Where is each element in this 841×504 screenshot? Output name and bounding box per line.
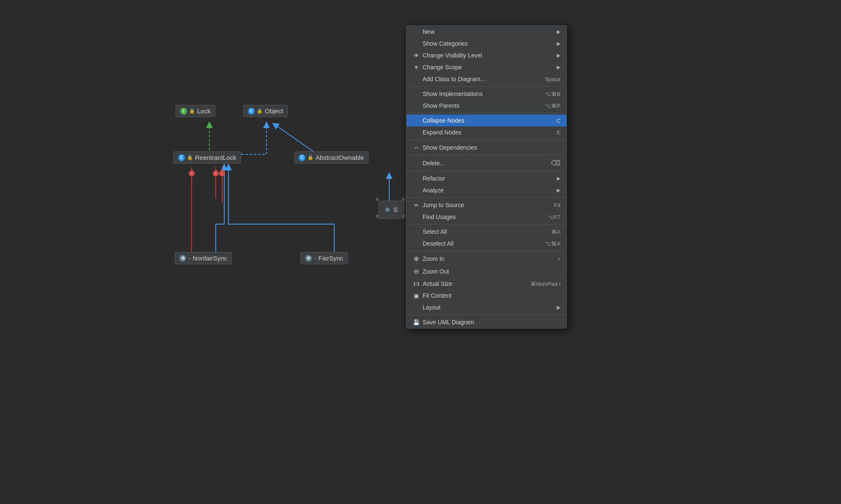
menu-arrow-refactor: ▶ <box>557 175 561 181</box>
node-label-object: Object <box>265 107 283 115</box>
menu-label-expand: Expand Nodes <box>423 129 462 136</box>
node-object[interactable]: C 🔒 Object <box>243 105 288 117</box>
menu-item-show-parents[interactable]: Show Parents ⌥⌘P <box>407 100 566 112</box>
menu-label-add-class: Add Class to Diagram... <box>423 76 485 82</box>
separator-1 <box>407 86 566 87</box>
menu-item-refactor[interactable]: Refactor ▶ <box>407 173 566 184</box>
menu-item-zoom-in[interactable]: ⊕ Zoom In + <box>407 252 566 265</box>
node-label-reentrant: ReentrantLock <box>195 154 236 161</box>
svg-rect-11 <box>379 201 404 219</box>
context-menu: New ▶ Show Categories ▶ 👁 Change Visibil… <box>406 25 567 329</box>
menu-shortcut-deselectall: ⌥⌘A <box>545 241 561 247</box>
node-icon-lock: I <box>180 108 187 115</box>
svg-point-16 <box>385 208 390 212</box>
menu-item-new[interactable]: New ▶ <box>407 26 566 38</box>
menu-item-fit-content[interactable]: ▣ Fit Content <box>407 290 566 301</box>
menu-shortcut-delete: ⌫ <box>551 159 561 167</box>
menu-arrow-showcat: ▶ <box>557 41 561 47</box>
menu-shortcut-zoomout: - <box>559 268 561 275</box>
menu-shortcut-show-parents: ⌥⌘P <box>545 103 561 109</box>
menu-shortcut-show-impl: ⌥⌘B <box>545 91 561 97</box>
menu-label-delete: Delete... <box>423 160 445 167</box>
node-icon-reentrant: C <box>178 154 185 161</box>
menu-item-show-categories[interactable]: Show Categories ▶ <box>407 38 566 49</box>
node-fairsync[interactable]: ⚙ ◦ FairSync <box>300 252 348 264</box>
svg-rect-13 <box>376 215 379 218</box>
menu-icon-save: 💾 <box>412 319 420 326</box>
menu-label-zoomin: Zoom In <box>423 255 444 262</box>
menu-item-zoom-out[interactable]: ⊖ Zoom Out - <box>407 265 566 278</box>
menu-shortcut-collapse: C <box>557 118 561 124</box>
menu-shortcut-zoomin: + <box>557 256 561 262</box>
menu-item-expand-nodes[interactable]: Expand Nodes E <box>407 126 566 138</box>
menu-item-show-deps[interactable]: ↔ Show Dependencies <box>407 141 566 153</box>
menu-icon-deps: ↔ <box>412 144 420 151</box>
svg-rect-15 <box>402 215 405 218</box>
menu-item-change-scope[interactable]: ▼ Change Scope ▶ <box>407 61 566 73</box>
lock-symbol: 🔒 <box>189 108 195 114</box>
lock-symbol-re: 🔒 <box>187 155 193 160</box>
menu-label-collapse: Collapse Nodes <box>423 117 464 124</box>
svg-text:S: S <box>393 206 398 213</box>
menu-label-show-parents: Show Parents <box>423 102 459 109</box>
menu-item-analyze[interactable]: Analyze ▶ <box>407 184 566 196</box>
node-label-abstract: AbstractOwnable <box>316 154 364 161</box>
menu-icon-vis: 👁 <box>412 52 420 59</box>
menu-item-select-all[interactable]: Select All ⌘A <box>407 226 566 238</box>
node-nonfairsync[interactable]: ⚙ ◦ NonfairSync <box>175 252 232 264</box>
menu-item-actual-size[interactable]: 1:1 Actual Size ⌘NumPad / <box>407 278 566 290</box>
menu-label-deps: Show Dependencies <box>423 144 477 151</box>
menu-label-analyze: Analyze <box>423 187 444 194</box>
node-label-nonfair: NonfairSync <box>192 255 227 262</box>
menu-item-deselect-all[interactable]: Deselect All ⌥⌘A <box>407 238 566 249</box>
menu-arrow-analyze: ▶ <box>557 187 561 193</box>
separator-8 <box>407 251 566 251</box>
menu-icon-zoomout: ⊖ <box>412 268 420 275</box>
separator-3 <box>407 140 566 140</box>
menu-label-vis: Change Visibility Level <box>423 52 482 59</box>
menu-arrow-new: ▶ <box>557 29 561 35</box>
menu-shortcut-jump: F4 <box>554 202 561 208</box>
menu-icon-zoomin: ⊕ <box>412 255 420 263</box>
menu-label-refactor: Refactor <box>423 175 445 182</box>
svg-text:+: + <box>214 171 217 176</box>
menu-item-delete[interactable]: Delete... ⌫ <box>407 156 566 170</box>
menu-label-deselectall: Deselect All <box>423 240 453 247</box>
menu-item-add-class[interactable]: Add Class to Diagram... Space <box>407 73 566 85</box>
menu-item-show-impl[interactable]: Show Implementations ⌥⌘B <box>407 88 566 100</box>
node-abstractownable[interactable]: C 🔒 AbstractOwnable <box>294 151 368 164</box>
menu-icon-actual: 1:1 <box>412 282 420 286</box>
menu-label-actual: Actual Size <box>423 280 452 287</box>
node-icon-object: C <box>248 108 255 115</box>
menu-item-find-usages[interactable]: Find Usages ⌥F7 <box>407 211 566 223</box>
menu-item-change-vis[interactable]: 👁 Change Visibility Level ▶ <box>407 49 566 61</box>
lock-symbol-obj: 🔒 <box>257 108 263 114</box>
dot-nonfair: ◦ <box>188 255 190 262</box>
menu-label-find: Find Usages <box>423 214 456 220</box>
menu-label-jump: Jump to Source <box>423 202 464 208</box>
menu-label-new: New <box>423 28 434 35</box>
menu-label-scope: Change Scope <box>423 64 462 71</box>
menu-item-save-uml[interactable]: 💾 Save UML Diagram <box>407 316 566 328</box>
separator-6 <box>407 197 566 198</box>
menu-arrow-layout: ▶ <box>557 304 561 310</box>
node-reentrantlock[interactable]: C 🔒 ReentrantLock <box>173 151 241 164</box>
menu-shortcut-expand: E <box>557 129 561 136</box>
node-lock[interactable]: I 🔒 Lock <box>176 105 215 117</box>
separator-7 <box>407 224 566 225</box>
svg-rect-12 <box>376 198 379 201</box>
svg-rect-14 <box>402 198 405 201</box>
menu-label-zoomout: Zoom Out <box>423 268 449 275</box>
node-icon-fair: ⚙ <box>305 255 312 262</box>
menu-shortcut-add-class: Space <box>545 76 561 82</box>
menu-icon-jump: ✏ <box>412 202 420 208</box>
menu-item-collapse-nodes[interactable]: Collapse Nodes C <box>407 115 566 126</box>
svg-line-1 <box>275 125 317 154</box>
menu-item-layout[interactable]: Layout ▶ <box>407 301 566 313</box>
separator-4 <box>407 155 566 155</box>
dot-fair: ◦ <box>314 255 316 262</box>
separator-2 <box>407 113 566 113</box>
menu-label-selectall: Select All <box>423 228 447 235</box>
menu-item-jump-source[interactable]: ✏ Jump to Source F4 <box>407 199 566 211</box>
node-icon-abstract: C <box>299 154 305 161</box>
